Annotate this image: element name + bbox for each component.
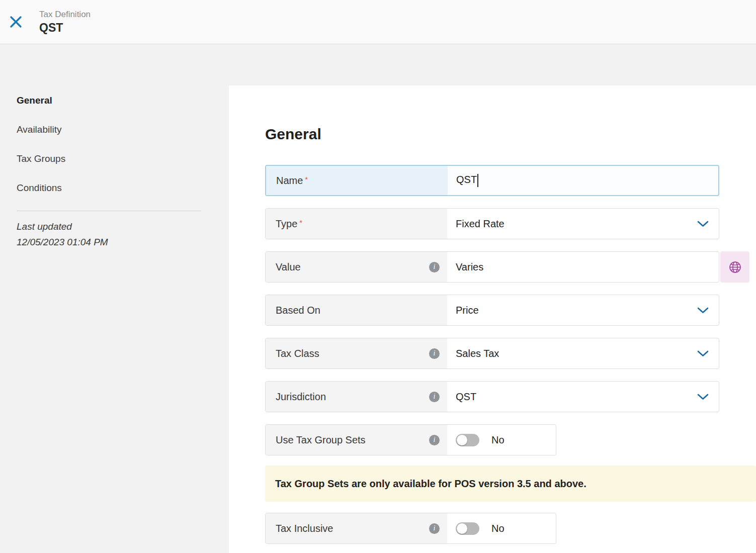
toggle-knob xyxy=(457,523,467,534)
globe-icon xyxy=(728,260,742,274)
close-icon[interactable] xyxy=(7,14,24,31)
chevron-down-icon[interactable] xyxy=(697,307,709,314)
sidebar-nav: General Availability Tax Groups Conditio… xyxy=(17,94,229,194)
use-tax-group-sets-control: No xyxy=(447,425,556,455)
page-title: QST xyxy=(39,21,91,35)
based-on-label: Based On xyxy=(276,305,320,316)
last-updated-value: 12/05/2023 01:04 PM xyxy=(17,237,229,248)
info-icon[interactable]: i xyxy=(429,392,440,402)
name-value: QST xyxy=(456,174,478,187)
type-label: Type* xyxy=(276,218,302,230)
name-label-cell: Name* xyxy=(266,166,448,195)
info-icon[interactable]: i xyxy=(429,435,440,445)
use-tax-group-sets-state: No xyxy=(491,434,505,446)
tax-inclusive-label: Tax Inclusive xyxy=(276,523,333,534)
header-subtitle: Tax Definition xyxy=(39,10,91,20)
tax-class-dropdown[interactable]: Sales Tax xyxy=(447,338,719,368)
sidebar-item-tax-groups[interactable]: Tax Groups xyxy=(17,152,229,165)
jurisdiction-value: QST xyxy=(456,391,476,403)
value-label: Value xyxy=(276,261,301,273)
value-value: Varies xyxy=(456,261,483,273)
field-row-tax-class: Tax Class i Sales Tax xyxy=(265,338,719,369)
tax-class-label-cell: Tax Class i xyxy=(266,338,447,368)
use-tax-group-sets-toggle[interactable] xyxy=(456,434,479,446)
field-row-value: Value i Varies xyxy=(265,251,719,283)
chevron-down-icon[interactable] xyxy=(697,350,709,357)
text-cursor xyxy=(477,174,478,187)
jurisdiction-label: Jurisdiction xyxy=(276,391,326,403)
required-asterisk: * xyxy=(305,175,308,183)
field-row-tax-inclusive: Tax Inclusive i No xyxy=(265,513,556,544)
tax-inclusive-state: No xyxy=(491,523,505,534)
jurisdiction-dropdown[interactable]: QST xyxy=(447,382,719,412)
name-input[interactable]: QST xyxy=(448,166,718,195)
tax-inclusive-label-cell: Tax Inclusive i xyxy=(266,513,447,543)
sidebar-item-availability[interactable]: Availability xyxy=(17,123,229,136)
section-title: General xyxy=(265,126,756,143)
field-row-use-tax-group-sets: Use Tax Group Sets i No xyxy=(265,424,556,455)
field-row-jurisdiction: Jurisdiction i QST xyxy=(265,381,719,412)
tax-group-sets-banner: Tax Group Sets are only available for PO… xyxy=(265,466,756,502)
chevron-down-icon[interactable] xyxy=(697,394,709,400)
globe-button[interactable] xyxy=(720,251,749,283)
value-field[interactable]: Varies xyxy=(447,252,719,282)
jurisdiction-label-cell: Jurisdiction i xyxy=(266,382,447,412)
main-panel: General Name* QST Type* Fixed Rate xyxy=(229,85,756,553)
type-dropdown[interactable]: Fixed Rate xyxy=(447,209,719,239)
required-asterisk: * xyxy=(299,218,302,227)
sidebar-item-conditions[interactable]: Conditions xyxy=(17,181,229,194)
type-label-cell: Type* xyxy=(266,209,447,239)
sidebar: General Availability Tax Groups Conditio… xyxy=(0,44,229,553)
field-row-based-on: Based On Price xyxy=(265,295,719,326)
value-label-cell: Value i xyxy=(266,252,447,282)
sidebar-item-general[interactable]: General xyxy=(17,94,229,107)
field-row-name: Name* QST xyxy=(265,165,719,196)
name-label: Name* xyxy=(276,175,308,187)
general-form: Name* QST Type* Fixed Rate xyxy=(265,165,756,544)
toggle-knob xyxy=(457,435,467,445)
chevron-down-icon[interactable] xyxy=(697,221,709,227)
based-on-dropdown[interactable]: Price xyxy=(447,295,719,325)
type-value: Fixed Rate xyxy=(456,218,505,230)
use-tax-group-sets-label-cell: Use Tax Group Sets i xyxy=(266,425,447,455)
tax-class-value: Sales Tax xyxy=(456,348,499,359)
based-on-label-cell: Based On xyxy=(266,295,447,325)
tax-class-label: Tax Class xyxy=(276,348,319,359)
info-icon[interactable]: i xyxy=(429,523,440,534)
tax-inclusive-control: No xyxy=(447,513,556,543)
tax-inclusive-toggle[interactable] xyxy=(456,522,479,535)
based-on-value: Price xyxy=(456,305,479,316)
header: Tax Definition QST xyxy=(0,0,756,44)
banner-text: Tax Group Sets are only available for PO… xyxy=(275,478,586,490)
field-row-value-wrap: Value i Varies xyxy=(265,251,756,283)
use-tax-group-sets-label: Use Tax Group Sets xyxy=(276,434,366,446)
last-updated-label: Last updated xyxy=(17,221,229,232)
sidebar-divider xyxy=(17,211,201,211)
info-icon[interactable]: i xyxy=(429,348,440,359)
field-row-type: Type* Fixed Rate xyxy=(265,208,719,239)
info-icon[interactable]: i xyxy=(429,262,440,272)
